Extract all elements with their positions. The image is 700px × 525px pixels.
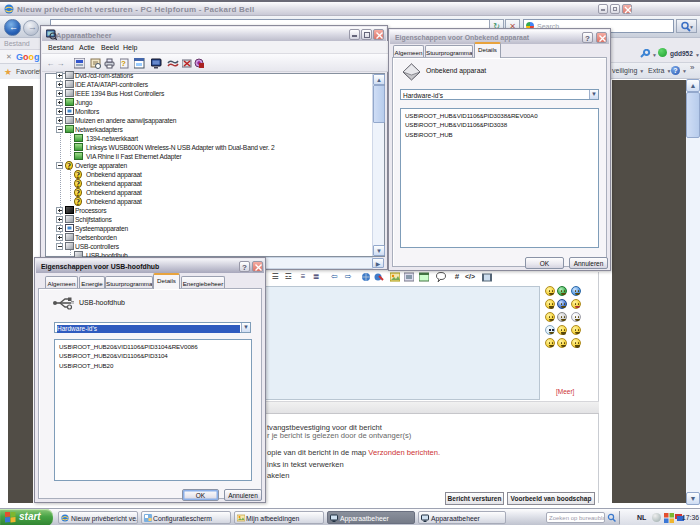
- svg-text:?: ?: [121, 59, 126, 68]
